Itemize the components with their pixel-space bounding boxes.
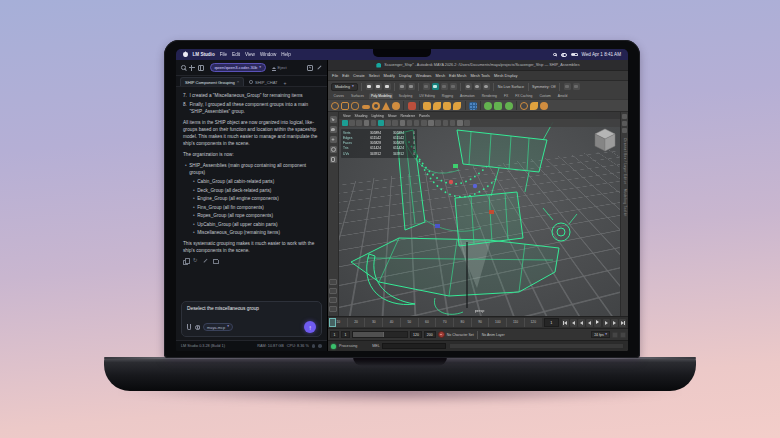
multi-cut-icon[interactable] xyxy=(469,102,477,110)
maya-menu-item[interactable]: Windows xyxy=(416,73,432,78)
isolate-select-icon[interactable] xyxy=(450,120,456,126)
two-panel-icon[interactable] xyxy=(378,120,384,126)
curve-tool-icon[interactable] xyxy=(520,102,528,110)
character-set-label[interactable]: No Character Set xyxy=(447,333,474,337)
save-scene-icon[interactable] xyxy=(384,83,391,90)
delete-icon[interactable] xyxy=(213,258,218,263)
poly-plane-icon[interactable] xyxy=(362,105,370,109)
no-live-surface-label[interactable]: No Live Surface xyxy=(498,85,524,89)
status-dot-icon[interactable] xyxy=(312,344,316,348)
playback-options-icon[interactable] xyxy=(612,332,618,338)
pencil-curve-icon[interactable] xyxy=(540,102,548,110)
sidebar-tab-channel-box[interactable]: Channel Box / Layer Editor xyxy=(623,138,627,184)
range-end-inner-field[interactable]: 120 xyxy=(410,331,422,338)
range-end-outer-field[interactable]: 200 xyxy=(424,331,436,338)
menubar-item-view[interactable]: View xyxy=(245,52,255,57)
sidebar-tab-modeling-toolkit[interactable]: Modeling Toolkit xyxy=(623,189,627,217)
close-icon[interactable]: × xyxy=(237,80,240,84)
lock-camera-icon[interactable] xyxy=(349,120,355,126)
regenerate-icon[interactable]: ↻ xyxy=(193,258,198,263)
poly-cube-icon[interactable] xyxy=(341,102,349,110)
wireframe-icon[interactable] xyxy=(385,120,391,126)
poly-disc-icon[interactable] xyxy=(392,102,400,110)
terminal-icon[interactable] xyxy=(307,65,313,71)
extrude-icon[interactable] xyxy=(443,102,451,110)
new-tab-icon[interactable]: + xyxy=(284,80,287,86)
panel-menu-item[interactable]: Shading xyxy=(355,114,368,118)
layout-columns-icon[interactable] xyxy=(198,65,204,71)
range-bar-inner[interactable] xyxy=(353,332,384,337)
bevel-icon[interactable] xyxy=(453,102,461,110)
maya-menu-item[interactable]: File xyxy=(332,73,338,78)
poly-cylinder-icon[interactable] xyxy=(351,102,359,110)
snap-curve-icon[interactable] xyxy=(432,83,439,90)
next-key-icon[interactable] xyxy=(611,319,618,327)
playhead[interactable] xyxy=(329,318,336,327)
ipr-render-icon[interactable] xyxy=(474,83,481,90)
maya-menu-item[interactable]: Edit xyxy=(342,73,349,78)
snap-grid-icon[interactable] xyxy=(423,83,430,90)
mel-label[interactable]: MEL xyxy=(372,344,380,348)
motion-blur-icon[interactable] xyxy=(428,120,434,126)
range-start-outer-field[interactable]: 1 xyxy=(330,331,339,338)
xray-icon[interactable] xyxy=(443,120,449,126)
film-gate-icon[interactable] xyxy=(464,120,470,126)
menubar-clock[interactable]: Wed Apr 1 8:41 AM xyxy=(582,52,622,57)
undo-icon[interactable] xyxy=(399,83,406,90)
go-to-start-icon[interactable] xyxy=(562,319,569,327)
attachment-icon[interactable] xyxy=(187,324,191,329)
new-chat-icon[interactable] xyxy=(189,65,195,71)
prev-key-icon[interactable] xyxy=(570,319,577,327)
eject-button[interactable]: Eject xyxy=(272,65,287,70)
layout-four-view-icon[interactable] xyxy=(329,288,337,294)
anim-prefs-icon[interactable] xyxy=(620,332,626,338)
shaded-icon[interactable] xyxy=(392,120,398,126)
maya-menu-item[interactable]: Display xyxy=(399,73,412,78)
menubar-item-file[interactable]: File xyxy=(220,52,227,57)
textured-icon[interactable] xyxy=(400,120,406,126)
copy-icon[interactable] xyxy=(183,258,188,263)
range-bar[interactable] xyxy=(352,331,408,338)
menubar-app-name[interactable]: LM Studio xyxy=(193,52,215,57)
xgen-icon[interactable] xyxy=(564,83,571,90)
search-icon[interactable] xyxy=(181,65,186,70)
mcp-pill[interactable]: maya-mcp ▾ xyxy=(203,323,233,331)
boolean-icon[interactable] xyxy=(408,102,416,110)
shadows-icon[interactable] xyxy=(414,120,420,126)
tab-ship-component-grouping[interactable]: SHIP Component Grouping × xyxy=(180,77,244,86)
ep-curve-icon[interactable] xyxy=(530,102,538,110)
layer-editor-icon[interactable] xyxy=(622,121,627,126)
prompt-input[interactable]: Deselect the miscellaneous group xyxy=(187,306,316,319)
layout-single-icon[interactable] xyxy=(329,279,337,285)
viewport[interactable]: View Shading Lighting Show Renderer xyxy=(339,112,620,316)
control-center-icon[interactable] xyxy=(561,53,567,57)
step-forward-icon[interactable] xyxy=(603,319,610,327)
new-scene-icon[interactable] xyxy=(366,83,373,90)
select-tool-icon[interactable] xyxy=(330,116,337,123)
panel-menu-item[interactable]: Lighting xyxy=(371,114,383,118)
view-cube[interactable] xyxy=(594,128,616,152)
symmetry-label[interactable]: Symmetry: Off xyxy=(532,85,556,89)
globe-icon[interactable] xyxy=(195,325,200,330)
image-plane-icon[interactable] xyxy=(371,120,377,126)
play-forwards-icon[interactable] xyxy=(594,319,601,327)
spotlight-icon[interactable] xyxy=(553,53,557,57)
lighting-icon[interactable] xyxy=(407,120,413,126)
panel-menu-item[interactable]: Renderer xyxy=(400,114,415,118)
layout-hypershade-icon[interactable] xyxy=(329,306,337,312)
scale-tool-icon[interactable] xyxy=(330,156,337,163)
poly-cone-icon[interactable] xyxy=(382,102,390,110)
target-weld-icon[interactable] xyxy=(505,102,513,110)
render-settings-icon[interactable] xyxy=(483,83,490,90)
menubar-item-window[interactable]: Window xyxy=(260,52,276,57)
open-scene-icon[interactable] xyxy=(375,83,382,90)
poly-torus-icon[interactable] xyxy=(372,102,380,110)
send-button[interactable]: ↑ xyxy=(304,321,316,333)
bookmark-icon[interactable] xyxy=(364,120,370,126)
quad-draw-icon[interactable] xyxy=(494,102,502,110)
camera-attrs-icon[interactable] xyxy=(356,120,362,126)
maya-titlebar[interactable]: Scavenger_Ship* - Autodesk MAYA 2026.2: … xyxy=(328,60,628,70)
maya-menu-item[interactable]: Mesh Display xyxy=(494,73,517,78)
lasso-tool-icon[interactable] xyxy=(330,126,337,133)
panel-menu-item[interactable]: Panels xyxy=(419,114,430,118)
